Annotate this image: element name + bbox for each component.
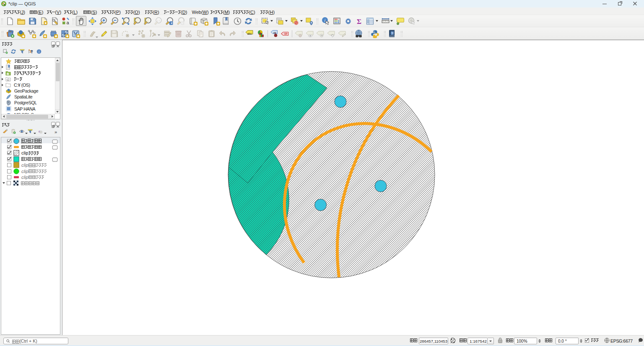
svg-text:i: i — [324, 18, 325, 22]
svg-text:Σ: Σ — [356, 17, 361, 25]
svg-text:a: a — [66, 20, 69, 25]
svg-text:1:1: 1:1 — [157, 19, 160, 22]
svg-text:abc: abc — [283, 32, 287, 35]
svg-text:i: i — [39, 50, 39, 54]
svg-text:?: ? — [391, 31, 393, 35]
